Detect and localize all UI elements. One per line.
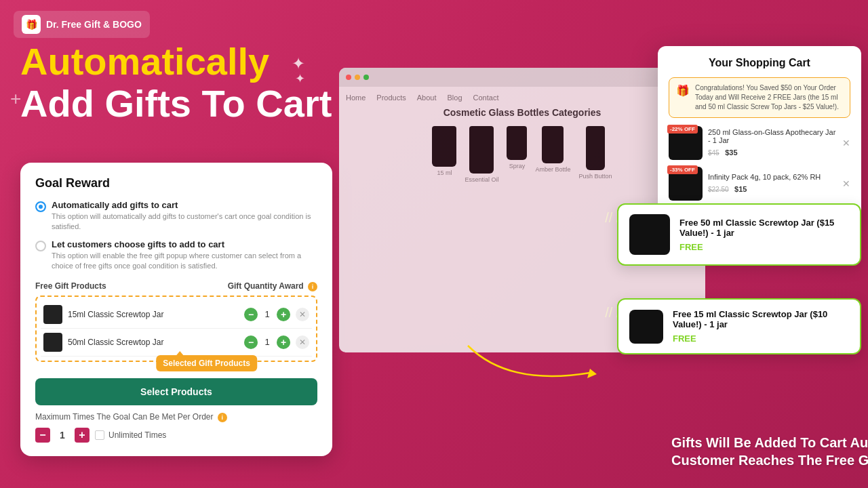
max-times-value: 1: [56, 430, 69, 441]
cart-item-old-price-1: $45: [708, 149, 719, 157]
product-name-1: 15ml Classic Screwtop Jar: [68, 310, 239, 319]
category-title: Cosmetic Glass Bottles Categories: [346, 107, 698, 118]
browser-dot-green: [363, 75, 369, 80]
bottle-label-1: 15 ml: [437, 169, 452, 176]
max-times-row: Maximum Times The Goal Can Be Met Per Or…: [35, 412, 317, 422]
free-gift-card-2: Free 15 ml Classic Screwtop Jar ($10 Val…: [617, 298, 861, 354]
product-name-2: 50ml Classic Screwtop Jar: [68, 338, 239, 347]
free-badge-2: FREE: [673, 333, 849, 344]
cart-gift-icon: 🎁: [676, 83, 690, 98]
radio-choose-label: Let customers choose gifts to add to car…: [52, 239, 317, 249]
browser-bar: [339, 68, 705, 87]
sparkle-icon-1: ✦: [292, 54, 305, 73]
qty-control-1: − 1 +: [244, 308, 290, 321]
cart-item-badge-1: -22% OFF: [667, 125, 698, 134]
cart-remove-1[interactable]: ✕: [842, 138, 850, 148]
qty-plus-1[interactable]: +: [277, 308, 290, 321]
browser-dot-yellow: [355, 75, 360, 80]
bottle-1: [432, 126, 456, 167]
product-table-header: Free Gift Products Gift Quantity Award i: [35, 281, 317, 291]
max-times-info-icon: i: [218, 413, 227, 422]
product-thumb-1: [43, 305, 62, 324]
cart-remove-2[interactable]: ✕: [842, 178, 850, 189]
product-grid: 15 ml Essential Oil Spray Amber Bottle P…: [346, 126, 698, 183]
cart-title: Your Shopping Cart: [669, 57, 850, 69]
browser-content: Home Products About Blog Contact Cosmeti…: [339, 87, 705, 190]
qty-plus-2[interactable]: +: [277, 336, 290, 349]
product-row-1: 15ml Classic Screwtop Jar − 1 + ✕: [41, 301, 312, 329]
free-gift-name-1: Free 50 ml Classic Screwtop Jar ($15 Val…: [679, 218, 849, 238]
qty-minus-1[interactable]: −: [244, 308, 258, 321]
unlimited-times-checkbox[interactable]: [95, 430, 104, 440]
bottle-3: [507, 126, 527, 160]
product-thumb-2: [43, 333, 62, 352]
col-products-label: Free Gift Products: [35, 281, 106, 291]
unlimited-times-label[interactable]: Unlimited Times: [95, 430, 166, 440]
cart-popup: Your Shopping Cart 🎁 Congratulations! Yo…: [658, 46, 861, 218]
remove-product-2[interactable]: ✕: [296, 336, 309, 349]
remove-product-1[interactable]: ✕: [296, 308, 309, 321]
cart-item-name-2: Infinity Pack 4g, 10 pack, 62% RH: [708, 173, 837, 181]
arrow-decoration: [454, 332, 631, 413]
cart-banner: 🎁 Congratulations! You Saved $50 on Your…: [669, 77, 850, 118]
goal-card: Goal Reward Automatically add gifts to c…: [20, 163, 332, 456]
free-gift-info-2: Free 15 ml Classic Screwtop Jar ($10 Val…: [673, 309, 849, 344]
app-header: 🎁 Dr. Free Gift & BOGO: [14, 11, 150, 38]
svg-marker-0: [587, 369, 597, 378]
nav-about: About: [417, 94, 437, 102]
bottle-label-3: Spray: [509, 163, 526, 169]
qty-minus-2[interactable]: −: [244, 336, 258, 349]
radio-choose-circle[interactable]: [35, 241, 46, 251]
qty-value-2: 1: [260, 337, 274, 347]
bottle-label-4: Amber Bottle: [535, 166, 570, 173]
radio-auto-circle[interactable]: [35, 201, 46, 212]
app-name: Dr. Free Gift & BOGO: [46, 19, 142, 30]
bottom-text: Gifts Will Be Added To Cart Automaticall…: [671, 434, 868, 469]
max-times-stepper-row: − 1 + Unlimited Times: [35, 428, 317, 443]
free-badge-1: FREE: [679, 242, 849, 252]
gift-jar-img-2: [629, 310, 663, 344]
app-icon: 🎁: [22, 15, 41, 34]
cart-item-details-1: 250 ml Glass-on-Glass Apothecary Jar - 1…: [708, 128, 837, 158]
radio-option-auto[interactable]: Automatically add gifts to cart This opt…: [35, 200, 317, 232]
browser-dot-red: [346, 75, 351, 80]
bottle-label-5: Push Button: [579, 173, 612, 180]
bottle-label-2: Essential Oil: [465, 176, 498, 183]
max-times-label: Maximum Times The Goal Can Be Met Per Or…: [35, 412, 227, 422]
cart-item-2: -33% OFF Infinity Pack 4g, 10 pack, 62% …: [669, 167, 850, 201]
products-container: 15ml Classic Screwtop Jar − 1 + ✕ 50ml C…: [35, 296, 317, 362]
cart-item-img-1: -22% OFF: [669, 126, 703, 160]
nav-blog: Blog: [448, 94, 462, 102]
plus-icon-1: +: [10, 88, 21, 110]
product-card-1: 15 ml: [432, 126, 456, 183]
product-card-5: Push Button: [579, 126, 612, 183]
cart-item-details-2: Infinity Pack 4g, 10 pack, 62% RH $22.50…: [708, 173, 837, 195]
free-gift-info-1: Free 50 ml Classic Screwtop Jar ($15 Val…: [679, 218, 849, 252]
cart-item-old-price-2: $22.50: [708, 186, 729, 193]
cart-banner-text: Congratulations! You Saved $50 on Your O…: [695, 83, 843, 112]
radio-auto-label: Automatically add gifts to cart: [52, 200, 317, 210]
select-products-button[interactable]: Select Products: [35, 378, 317, 405]
cart-item-price-1: $35: [725, 148, 737, 157]
radio-option-choose[interactable]: Let customers choose gifts to add to car…: [35, 239, 317, 272]
radio-auto-desc: This option will automatically add gifts…: [52, 211, 317, 232]
hero-title-line1: Automatically: [20, 41, 332, 83]
product-card-2: Essential Oil: [465, 126, 498, 183]
free-gift-name-2: Free 15 ml Classic Screwtop Jar ($10 Val…: [673, 309, 849, 329]
cart-item-1: -22% OFF 250 ml Glass-on-Glass Apothecar…: [669, 126, 850, 160]
browser-nav: Home Products About Blog Contact: [346, 94, 698, 102]
max-times-plus[interactable]: +: [75, 428, 90, 443]
nav-products: Products: [376, 94, 406, 102]
qty-value-1: 1: [260, 309, 274, 319]
sparkle-icon-2: ✦: [295, 71, 305, 86]
nav-home: Home: [346, 94, 366, 102]
bottle-5: [586, 126, 605, 170]
product-card-4: Amber Bottle: [535, 126, 570, 183]
nav-contact: Contact: [473, 94, 499, 102]
hero-section: Automatically Add Gifts To Cart: [20, 41, 332, 124]
max-times-minus[interactable]: −: [35, 428, 50, 443]
right-section: Home Products About Blog Contact Cosmeti…: [339, 0, 868, 488]
cart-item-img-2: -33% OFF: [669, 167, 703, 201]
cart-item-price-row-2: $22.50 $15: [708, 182, 837, 195]
qty-control-2: − 1 +: [244, 336, 290, 349]
